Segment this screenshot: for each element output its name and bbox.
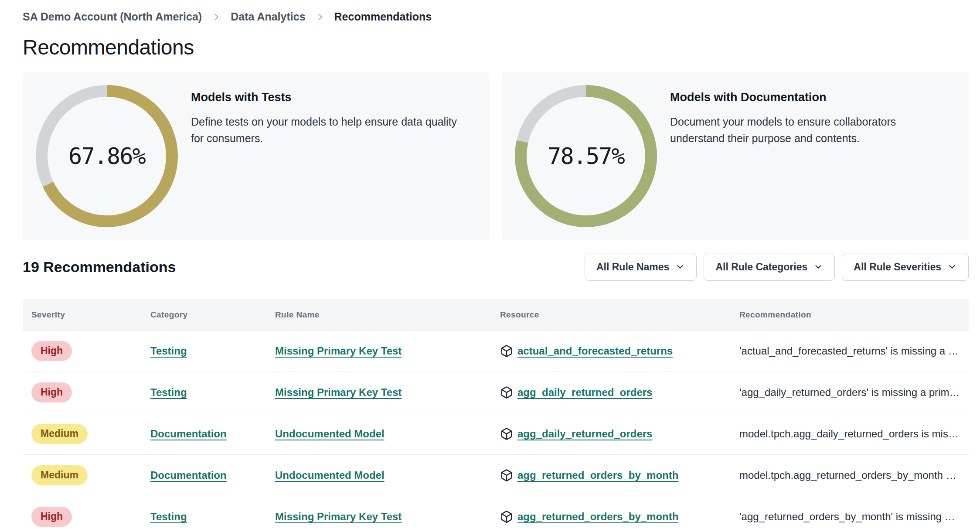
recommendations-list-header: 19 Recommendations All Rule Names All Ru… [23, 253, 969, 281]
filter-rule-names[interactable]: All Rule Names [585, 253, 697, 281]
resource-link[interactable]: actual_and_forecasted_returns [517, 345, 673, 357]
resource-link[interactable]: agg_daily_returned_orders [517, 386, 652, 399]
table-body: High Testing Missing Primary Key Test ac… [23, 331, 969, 532]
category-link[interactable]: Documentation [150, 428, 227, 440]
recommendation-text: 'agg_returned_orders_by_month' is missin… [739, 511, 960, 523]
table-row: Medium Documentation Undocumented Model … [23, 413, 969, 455]
documentation-donut-chart: 78.57% [515, 85, 657, 227]
severity-badge: High [31, 507, 72, 527]
breadcrumb-current: Recommendations [334, 10, 432, 23]
recommendation-text: model.tpch.agg_returned_orders_by_month … [739, 469, 960, 481]
recommendations-table: Severity Category Rule Name Resource Rec… [23, 299, 969, 532]
filter-rule-categories[interactable]: All Rule Categories [704, 253, 835, 281]
card-description: Define tests on your models to help ensu… [191, 114, 470, 147]
card-description: Document your models to ensure collabora… [670, 114, 949, 147]
chevron-right-icon [315, 12, 325, 22]
table-row: Medium Documentation Undocumented Model … [23, 455, 969, 496]
category-link[interactable]: Testing [150, 386, 187, 398]
rule-name-link[interactable]: Missing Primary Key Test [275, 345, 402, 357]
resource-link[interactable]: agg_returned_orders_by_month [517, 469, 678, 481]
breadcrumb-account-link[interactable]: SA Demo Account (North America) [23, 10, 202, 23]
rule-name-link[interactable]: Undocumented Model [275, 428, 385, 440]
tests-donut-chart: 67.86% [36, 85, 178, 227]
box-icon [500, 427, 513, 440]
chevron-down-icon [813, 262, 823, 272]
metric-cards: 67.86% Models with Tests Define tests on… [23, 72, 969, 240]
box-icon [500, 510, 513, 523]
resource-link[interactable]: agg_daily_returned_orders [517, 428, 652, 440]
chevron-down-icon [675, 262, 685, 272]
filter-label: All Rule Categories [715, 261, 807, 273]
breadcrumb-project-link[interactable]: Data Analytics [231, 10, 305, 23]
page-title: Recommendations [23, 35, 980, 59]
severity-badge: Medium [31, 424, 88, 444]
card-title: Models with Documentation [670, 91, 949, 104]
recommendations-count: 19 Recommendations [23, 259, 176, 276]
card-title: Models with Tests [191, 91, 470, 104]
column-header-resource: Resource [500, 310, 739, 320]
column-header-recommendation: Recommendation [739, 310, 960, 320]
chevron-right-icon [211, 12, 221, 22]
table-header-row: Severity Category Rule Name Resource Rec… [23, 299, 969, 331]
category-link[interactable]: Testing [150, 345, 187, 357]
tests-percentage: 67.86% [36, 85, 178, 227]
recommendation-text: 'actual_and_forecasted_returns' is missi… [739, 345, 960, 357]
box-icon [500, 386, 513, 399]
table-row: High Testing Missing Primary Key Test ag… [23, 372, 969, 413]
severity-badge: High [31, 382, 72, 402]
documentation-percentage: 78.57% [515, 85, 657, 227]
severity-badge: Medium [31, 465, 88, 485]
filter-bar: All Rule Names All Rule Categories All R… [585, 253, 969, 281]
severity-badge: High [31, 341, 72, 361]
filter-label: All Rule Names [596, 261, 669, 273]
recommendation-text: model.tpch.agg_daily_returned_orders is … [739, 428, 960, 440]
table-row: High Testing Missing Primary Key Test ag… [23, 496, 969, 532]
filter-rule-severities[interactable]: All Rule Severities [842, 253, 969, 281]
chevron-down-icon [947, 262, 957, 272]
filter-label: All Rule Severities [854, 261, 941, 273]
box-icon [500, 469, 513, 482]
breadcrumb: SA Demo Account (North America) Data Ana… [0, 0, 980, 23]
rule-name-link[interactable]: Missing Primary Key Test [275, 386, 402, 398]
column-header-severity: Severity [31, 310, 150, 320]
card-models-with-documentation: 78.57% Models with Documentation Documen… [502, 72, 969, 240]
column-header-rule-name: Rule Name [275, 310, 500, 320]
card-models-with-tests: 67.86% Models with Tests Define tests on… [23, 72, 490, 240]
recommendation-text: 'agg_daily_returned_orders' is missing a… [739, 386, 960, 399]
column-header-category: Category [150, 310, 275, 320]
resource-link[interactable]: agg_returned_orders_by_month [517, 511, 678, 523]
rule-name-link[interactable]: Missing Primary Key Test [275, 511, 402, 522]
table-row: High Testing Missing Primary Key Test ac… [23, 331, 969, 372]
box-icon [500, 344, 513, 358]
category-link[interactable]: Testing [150, 511, 187, 522]
category-link[interactable]: Documentation [150, 469, 227, 481]
rule-name-link[interactable]: Undocumented Model [275, 469, 385, 481]
